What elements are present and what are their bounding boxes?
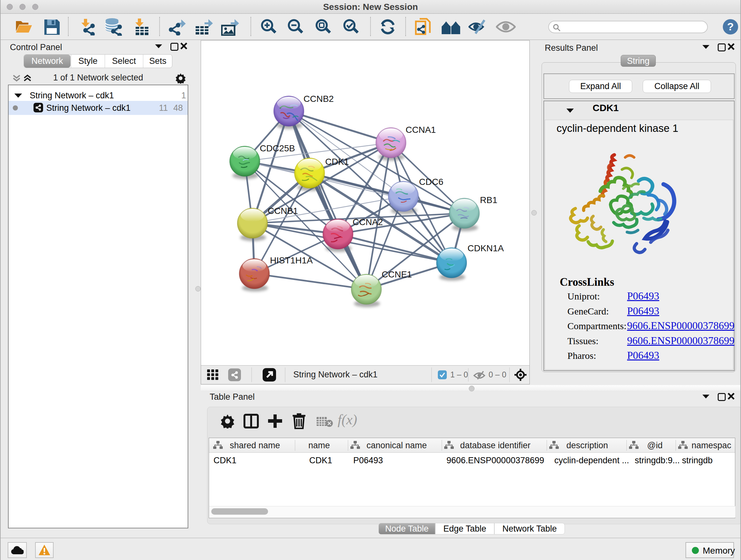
svg-text:CCNE1: CCNE1 xyxy=(382,269,412,279)
svg-text:CCNB1: CCNB1 xyxy=(268,206,298,216)
svg-text:?: ? xyxy=(727,20,734,33)
svg-text:CDKN1A: CDKN1A xyxy=(468,243,504,253)
svg-text:CDC25B: CDC25B xyxy=(260,143,295,153)
svg-text:CDC6: CDC6 xyxy=(419,177,443,187)
svg-text:HIST1H1A: HIST1H1A xyxy=(270,255,313,265)
svg-text:CCNA1: CCNA1 xyxy=(406,125,436,135)
svg-text:CCNA2: CCNA2 xyxy=(353,217,383,227)
svg-text:RB1: RB1 xyxy=(480,195,497,205)
svg-text:CDK1: CDK1 xyxy=(325,157,349,167)
svg-text:CCNB2: CCNB2 xyxy=(304,94,334,104)
